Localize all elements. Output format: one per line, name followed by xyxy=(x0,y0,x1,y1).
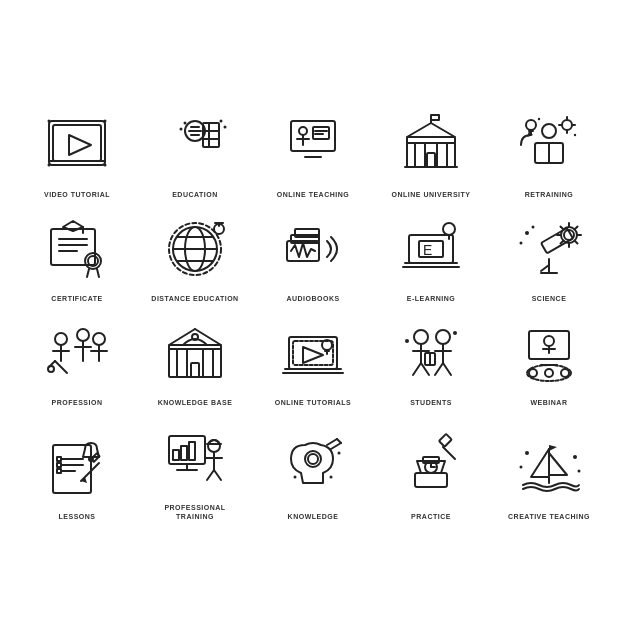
svg-point-138 xyxy=(436,330,450,344)
e-learning-label: E-LEARNING xyxy=(407,294,456,303)
svg-line-179 xyxy=(207,470,214,480)
svg-line-63 xyxy=(87,269,89,277)
svg-point-18 xyxy=(180,128,183,131)
svg-rect-162 xyxy=(57,463,61,467)
svg-point-200 xyxy=(520,465,523,468)
svg-line-96 xyxy=(561,227,564,230)
svg-point-114 xyxy=(48,366,54,372)
svg-point-109 xyxy=(93,333,105,345)
retraining-label: RETRAINING xyxy=(525,190,574,199)
svg-point-20 xyxy=(224,126,227,129)
icon-cell-audiobooks: AUDIOBOOKS xyxy=(256,209,370,303)
svg-line-31 xyxy=(407,123,431,137)
svg-point-50 xyxy=(526,120,536,130)
lessons-label: LESSONS xyxy=(59,512,96,521)
svg-point-106 xyxy=(77,329,89,341)
icon-cell-certificate: CERTIFICATE xyxy=(20,209,134,303)
icon-cell-retraining: RETRAINING xyxy=(492,105,606,199)
svg-point-124 xyxy=(192,334,198,340)
certificate-icon xyxy=(37,209,117,289)
online-teaching-icon xyxy=(273,105,353,185)
students-icon xyxy=(391,313,471,393)
svg-point-83 xyxy=(443,223,455,235)
svg-point-199 xyxy=(573,455,577,459)
svg-line-185 xyxy=(331,443,341,449)
icon-grid: VIDEO TUTORIAL EDU xyxy=(0,85,626,540)
svg-marker-197 xyxy=(549,445,557,451)
science-icon xyxy=(509,209,589,289)
svg-point-7 xyxy=(48,164,51,167)
svg-point-102 xyxy=(520,242,523,245)
svg-point-182 xyxy=(308,454,318,464)
svg-rect-161 xyxy=(57,457,61,461)
svg-point-6 xyxy=(104,120,107,123)
e-learning-icon: E xyxy=(391,209,471,289)
professional-training-label: PROFESSIONAL TRAINING xyxy=(150,503,240,521)
distance-education-icon xyxy=(155,209,235,289)
svg-line-64 xyxy=(97,269,99,277)
svg-point-155 xyxy=(561,369,569,377)
certificate-label: CERTIFICATE xyxy=(51,294,102,303)
distance-education-label: DISTANCE EDUCATION xyxy=(151,294,238,303)
svg-rect-39 xyxy=(431,115,439,120)
icon-cell-online-tutorials: ONLINE TUTORIALS xyxy=(256,313,370,407)
svg-point-5 xyxy=(48,120,51,123)
svg-rect-0 xyxy=(49,121,105,165)
online-tutorials-label: ONLINE TUTORIALS xyxy=(275,398,351,407)
icon-cell-lessons: LESSONS xyxy=(20,418,134,521)
svg-point-154 xyxy=(545,369,553,377)
svg-line-97 xyxy=(575,241,578,244)
online-tutorials-icon xyxy=(273,313,353,393)
svg-rect-123 xyxy=(191,363,199,377)
svg-line-112 xyxy=(55,361,67,373)
svg-rect-163 xyxy=(57,469,61,473)
icon-cell-creative-teaching: CREATIVE TEACHING xyxy=(492,418,606,521)
knowledge-icon xyxy=(273,427,353,507)
svg-point-146 xyxy=(405,339,409,343)
svg-point-188 xyxy=(338,451,341,454)
svg-point-17 xyxy=(184,122,187,125)
online-university-label: ONLINE UNIVERSITY xyxy=(392,190,471,199)
svg-point-53 xyxy=(538,118,540,120)
science-label: SCIENCE xyxy=(532,294,567,303)
svg-line-32 xyxy=(431,123,455,137)
video-tutorial-label: VIDEO TUTORIAL xyxy=(44,190,110,199)
creative-teaching-icon xyxy=(509,427,589,507)
icon-cell-profession: PROFESSION xyxy=(20,313,134,407)
icon-cell-video-tutorial: VIDEO TUTORIAL xyxy=(20,105,134,199)
knowledge-base-label: KNOWLEDGE BASE xyxy=(158,398,233,407)
svg-point-186 xyxy=(294,475,297,478)
svg-rect-173 xyxy=(181,446,187,460)
creative-teaching-label: CREATIVE TEACHING xyxy=(508,512,590,521)
svg-point-198 xyxy=(525,451,529,455)
svg-point-8 xyxy=(104,164,107,167)
svg-point-103 xyxy=(55,333,67,345)
icon-cell-distance-education: DISTANCE EDUCATION xyxy=(138,209,252,303)
icon-cell-knowledge-base: KNOWLEDGE BASE xyxy=(138,313,252,407)
svg-line-142 xyxy=(443,363,451,375)
svg-rect-172 xyxy=(173,450,179,460)
audiobooks-label: AUDIOBOOKS xyxy=(286,294,339,303)
online-university-icon xyxy=(391,105,471,185)
svg-point-187 xyxy=(330,475,333,478)
icon-cell-education: EDUCATION xyxy=(138,105,252,199)
profession-icon xyxy=(37,313,117,393)
svg-point-153 xyxy=(529,369,537,377)
svg-point-42 xyxy=(542,124,556,138)
practice-icon xyxy=(391,427,471,507)
icon-cell-professional-training: PROFESSIONAL TRAINING xyxy=(138,418,252,521)
online-teaching-label: ONLINE TEACHING xyxy=(277,190,349,199)
svg-line-99 xyxy=(575,227,578,230)
svg-point-24 xyxy=(299,127,307,135)
knowledge-label: KNOWLEDGE xyxy=(288,512,339,521)
svg-rect-13 xyxy=(203,123,219,147)
icon-cell-practice: PRACTICE xyxy=(374,418,488,521)
svg-rect-189 xyxy=(415,473,447,487)
svg-point-201 xyxy=(578,469,581,472)
icon-cell-science: SCIENCE xyxy=(492,209,606,303)
svg-rect-192 xyxy=(439,434,452,447)
svg-line-180 xyxy=(214,470,221,480)
audiobooks-icon xyxy=(273,209,353,289)
svg-point-54 xyxy=(574,134,576,136)
webinar-label: WEBINAR xyxy=(531,398,568,407)
